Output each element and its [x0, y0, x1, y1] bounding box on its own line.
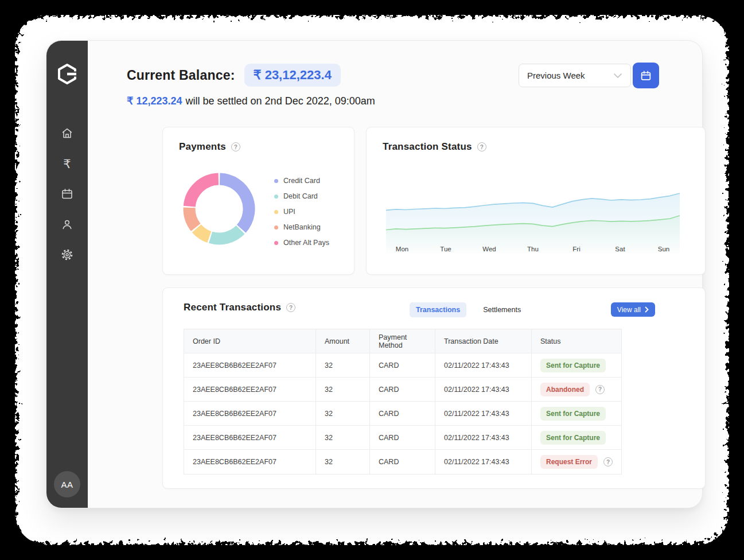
cell-amount: 32 [316, 450, 370, 474]
donut-segment-debit-card[interactable] [211, 230, 240, 239]
cell-order-id: 23AEE8CB6B62EE2AF07 [184, 378, 316, 401]
balance-amount: ₹ 23,12,223.4 [244, 64, 341, 87]
app-window: ₹ [46, 40, 703, 508]
x-tick-label: Mon [393, 246, 411, 252]
legend-label: Credit Card [283, 177, 320, 185]
table-header-row: Order IDAmountPayment MethodTransaction … [184, 329, 621, 353]
cell-payment-method: CARD [370, 450, 435, 474]
cell-payment-method: CARD [370, 353, 435, 377]
calendar-picker-button[interactable] [633, 63, 659, 88]
sidebar: ₹ [46, 41, 88, 508]
cell-payment-method: CARD [370, 402, 435, 425]
transactions-table: Order IDAmountPayment MethodTransaction … [184, 329, 622, 475]
gear-icon [60, 248, 74, 262]
legend-label: NetBanking [283, 223, 321, 231]
person-icon [60, 217, 74, 231]
sidebar-item-profile[interactable] [60, 217, 75, 232]
legend-dot [274, 241, 278, 245]
view-all-label: View all [617, 306, 641, 314]
status-badge: Abandoned [540, 383, 590, 396]
status-card-title: Transaction Status [383, 141, 472, 153]
chevron-down-icon [613, 73, 622, 79]
help-icon[interactable]: ? [231, 142, 240, 151]
settlement-text: will be settled on 2nd Dec 2022, 09:00am [186, 95, 375, 107]
column-header-transaction-date: Transaction Date [435, 329, 532, 353]
cell-order-id: 23AEE8CB6B62EE2AF07 [184, 353, 316, 377]
status-badge: Sent for Capture [540, 431, 606, 445]
status-badge: Sent for Capture [540, 359, 606, 372]
cell-order-id: 23AEE8CB6B62EE2AF07 [184, 450, 316, 474]
payments-legend: Credit CardDebit CardUPINetBankingOther … [274, 177, 329, 254]
column-header-amount: Amount [316, 329, 370, 353]
sidebar-item-settings[interactable] [60, 247, 75, 262]
sidebar-nav: ₹ [60, 126, 75, 262]
tab-transactions[interactable]: Transactions [410, 302, 466, 317]
column-header-status: Status [532, 329, 621, 353]
legend-item: UPI [274, 208, 329, 216]
cell-transaction-date: 02/11/2022 17:43:43 [435, 402, 532, 425]
x-tick-label: Sun [655, 246, 673, 252]
status-badge: Sent for Capture [540, 407, 606, 421]
table-row[interactable]: 23AEE8CB6B62EE2AF0732CARD02/11/2022 17:4… [184, 353, 621, 378]
legend-item: NetBanking [274, 223, 329, 231]
chevron-right-icon [645, 306, 649, 313]
cell-status: Sent for Capture [532, 402, 621, 425]
cell-transaction-date: 02/11/2022 17:43:43 [435, 450, 532, 474]
recent-transactions-card: Recent Transactions ? Transactions Settl… [162, 287, 706, 489]
rupee-icon: ₹ [63, 158, 71, 170]
column-header-order-id: Order ID [184, 329, 316, 353]
legend-label: Other Alt Pays [283, 239, 329, 247]
balance-title: Current Balance: [127, 68, 235, 83]
x-tick-label: Fri [567, 246, 586, 252]
main-content: Current Balance: ₹ 23,12,223.4 ₹ 12,223.… [88, 41, 702, 508]
period-controls: Previous Week [519, 63, 659, 88]
legend-dot [274, 210, 278, 214]
sidebar-item-schedule[interactable] [60, 186, 75, 201]
donut-segment-netbanking[interactable] [189, 208, 196, 227]
status-help-icon[interactable]: ? [603, 457, 613, 466]
help-icon[interactable]: ? [286, 303, 295, 312]
payments-card-title: Payments [179, 141, 226, 153]
cell-payment-method: CARD [370, 378, 435, 401]
payments-card: Payments ? Credit CardDebit CardUPINetBa… [162, 127, 355, 275]
cell-transaction-date: 02/11/2022 17:43:43 [435, 426, 532, 449]
cell-payment-method: CARD [370, 426, 435, 449]
settlement-note: ₹ 12,223.24will be settled on 2nd Dec 20… [127, 95, 375, 107]
transactions-tabs: Transactions Settlements [410, 302, 527, 317]
legend-dot [274, 195, 278, 199]
status-line-chart [384, 168, 682, 256]
cell-transaction-date: 02/11/2022 17:43:43 [435, 353, 532, 377]
help-icon[interactable]: ? [477, 142, 486, 151]
legend-item: Credit Card [274, 177, 329, 185]
cell-amount: 32 [316, 378, 370, 401]
legend-dot [274, 179, 278, 183]
donut-segment-credit-card[interactable] [220, 179, 249, 229]
x-tick-label: Thu [524, 246, 542, 252]
cell-status: Request Error? [532, 450, 621, 474]
donut-segment-other-alt-pays[interactable] [189, 179, 219, 207]
user-avatar[interactable]: AA [54, 471, 80, 497]
legend-item: Debit Card [274, 192, 329, 200]
transaction-status-card: Transaction Status ? MonTueWedThuFriSatS… [366, 127, 706, 275]
view-all-button[interactable]: View all [611, 302, 655, 317]
brand-logo[interactable] [56, 63, 79, 85]
cell-order-id: 23AEE8CB6B62EE2AF07 [184, 402, 316, 425]
sidebar-item-payments[interactable]: ₹ [60, 156, 75, 171]
calendar-icon [640, 69, 652, 82]
cell-status: Sent for Capture [532, 426, 621, 449]
period-dropdown[interactable]: Previous Week [519, 64, 631, 87]
period-dropdown-value: Previous Week [527, 71, 585, 80]
table-row[interactable]: 23AEE8CB6B62EE2AF0732CARD02/11/2022 17:4… [184, 426, 621, 450]
home-icon [60, 126, 74, 140]
cell-status: Abandoned? [532, 378, 621, 401]
sidebar-item-home[interactable] [60, 126, 75, 141]
donut-segment-upi[interactable] [197, 228, 209, 237]
table-row[interactable]: 23AEE8CB6B62EE2AF0732CARD02/11/2022 17:4… [184, 450, 621, 474]
status-help-icon[interactable]: ? [595, 385, 605, 394]
table-row[interactable]: 23AEE8CB6B62EE2AF0732CARD02/11/2022 17:4… [184, 402, 621, 426]
status-badge: Request Error [540, 455, 598, 469]
x-tick-label: Sat [611, 246, 629, 252]
tab-settlements[interactable]: Settlements [477, 302, 527, 317]
legend-label: UPI [283, 208, 295, 216]
table-row[interactable]: 23AEE8CB6B62EE2AF0732CARD02/11/2022 17:4… [184, 378, 621, 402]
